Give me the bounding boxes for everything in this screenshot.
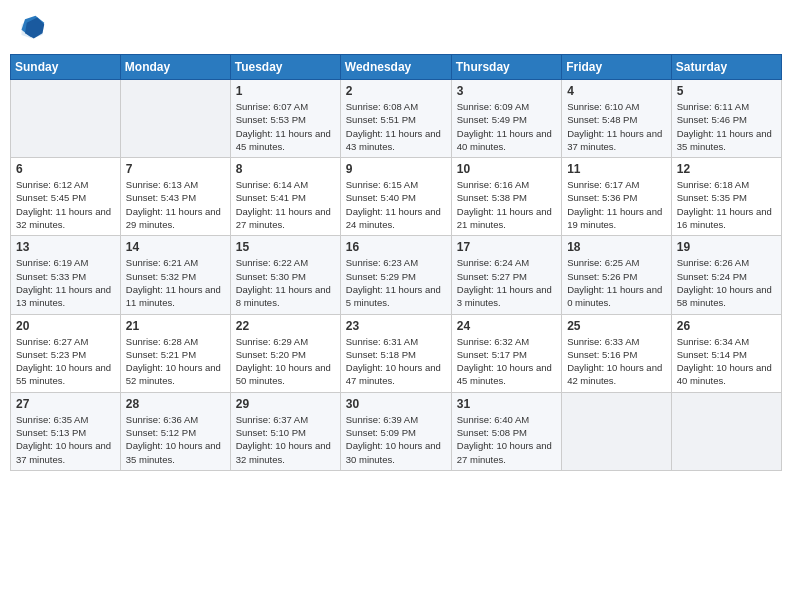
weekday-header-saturday: Saturday xyxy=(671,55,781,80)
day-number: 31 xyxy=(457,397,556,411)
calendar-cell: 24Sunrise: 6:32 AM Sunset: 5:17 PM Dayli… xyxy=(451,314,561,392)
day-info: Sunrise: 6:08 AM Sunset: 5:51 PM Dayligh… xyxy=(346,100,446,153)
day-info: Sunrise: 6:11 AM Sunset: 5:46 PM Dayligh… xyxy=(677,100,776,153)
day-info: Sunrise: 6:23 AM Sunset: 5:29 PM Dayligh… xyxy=(346,256,446,309)
day-number: 11 xyxy=(567,162,666,176)
day-number: 5 xyxy=(677,84,776,98)
day-info: Sunrise: 6:19 AM Sunset: 5:33 PM Dayligh… xyxy=(16,256,115,309)
day-info: Sunrise: 6:27 AM Sunset: 5:23 PM Dayligh… xyxy=(16,335,115,388)
day-number: 14 xyxy=(126,240,225,254)
calendar-cell: 18Sunrise: 6:25 AM Sunset: 5:26 PM Dayli… xyxy=(562,236,672,314)
calendar-cell: 1Sunrise: 6:07 AM Sunset: 5:53 PM Daylig… xyxy=(230,80,340,158)
calendar-body: 1Sunrise: 6:07 AM Sunset: 5:53 PM Daylig… xyxy=(11,80,782,471)
day-info: Sunrise: 6:40 AM Sunset: 5:08 PM Dayligh… xyxy=(457,413,556,466)
weekday-row: SundayMondayTuesdayWednesdayThursdayFrid… xyxy=(11,55,782,80)
calendar-cell: 28Sunrise: 6:36 AM Sunset: 5:12 PM Dayli… xyxy=(120,392,230,470)
day-info: Sunrise: 6:12 AM Sunset: 5:45 PM Dayligh… xyxy=(16,178,115,231)
day-number: 16 xyxy=(346,240,446,254)
calendar-week-3: 13Sunrise: 6:19 AM Sunset: 5:33 PM Dayli… xyxy=(11,236,782,314)
calendar-cell: 15Sunrise: 6:22 AM Sunset: 5:30 PM Dayli… xyxy=(230,236,340,314)
day-info: Sunrise: 6:17 AM Sunset: 5:36 PM Dayligh… xyxy=(567,178,666,231)
calendar-cell: 8Sunrise: 6:14 AM Sunset: 5:41 PM Daylig… xyxy=(230,158,340,236)
weekday-header-sunday: Sunday xyxy=(11,55,121,80)
day-number: 6 xyxy=(16,162,115,176)
day-info: Sunrise: 6:36 AM Sunset: 5:12 PM Dayligh… xyxy=(126,413,225,466)
day-number: 8 xyxy=(236,162,335,176)
day-number: 2 xyxy=(346,84,446,98)
day-number: 17 xyxy=(457,240,556,254)
day-number: 22 xyxy=(236,319,335,333)
day-number: 13 xyxy=(16,240,115,254)
day-info: Sunrise: 6:32 AM Sunset: 5:17 PM Dayligh… xyxy=(457,335,556,388)
day-info: Sunrise: 6:07 AM Sunset: 5:53 PM Dayligh… xyxy=(236,100,335,153)
day-info: Sunrise: 6:09 AM Sunset: 5:49 PM Dayligh… xyxy=(457,100,556,153)
page-header xyxy=(10,10,782,46)
day-number: 23 xyxy=(346,319,446,333)
day-number: 1 xyxy=(236,84,335,98)
day-number: 4 xyxy=(567,84,666,98)
calendar-week-5: 27Sunrise: 6:35 AM Sunset: 5:13 PM Dayli… xyxy=(11,392,782,470)
day-number: 15 xyxy=(236,240,335,254)
day-info: Sunrise: 6:15 AM Sunset: 5:40 PM Dayligh… xyxy=(346,178,446,231)
calendar-cell: 19Sunrise: 6:26 AM Sunset: 5:24 PM Dayli… xyxy=(671,236,781,314)
day-info: Sunrise: 6:10 AM Sunset: 5:48 PM Dayligh… xyxy=(567,100,666,153)
day-info: Sunrise: 6:34 AM Sunset: 5:14 PM Dayligh… xyxy=(677,335,776,388)
calendar-cell xyxy=(562,392,672,470)
day-info: Sunrise: 6:35 AM Sunset: 5:13 PM Dayligh… xyxy=(16,413,115,466)
day-number: 28 xyxy=(126,397,225,411)
day-info: Sunrise: 6:14 AM Sunset: 5:41 PM Dayligh… xyxy=(236,178,335,231)
day-number: 7 xyxy=(126,162,225,176)
calendar-cell: 16Sunrise: 6:23 AM Sunset: 5:29 PM Dayli… xyxy=(340,236,451,314)
day-number: 25 xyxy=(567,319,666,333)
calendar-cell xyxy=(11,80,121,158)
day-number: 24 xyxy=(457,319,556,333)
day-info: Sunrise: 6:33 AM Sunset: 5:16 PM Dayligh… xyxy=(567,335,666,388)
day-info: Sunrise: 6:21 AM Sunset: 5:32 PM Dayligh… xyxy=(126,256,225,309)
calendar-week-4: 20Sunrise: 6:27 AM Sunset: 5:23 PM Dayli… xyxy=(11,314,782,392)
calendar-cell xyxy=(671,392,781,470)
calendar-cell: 20Sunrise: 6:27 AM Sunset: 5:23 PM Dayli… xyxy=(11,314,121,392)
calendar-cell: 13Sunrise: 6:19 AM Sunset: 5:33 PM Dayli… xyxy=(11,236,121,314)
calendar-cell: 22Sunrise: 6:29 AM Sunset: 5:20 PM Dayli… xyxy=(230,314,340,392)
day-number: 3 xyxy=(457,84,556,98)
day-info: Sunrise: 6:13 AM Sunset: 5:43 PM Dayligh… xyxy=(126,178,225,231)
calendar-cell: 2Sunrise: 6:08 AM Sunset: 5:51 PM Daylig… xyxy=(340,80,451,158)
weekday-header-wednesday: Wednesday xyxy=(340,55,451,80)
calendar-cell: 26Sunrise: 6:34 AM Sunset: 5:14 PM Dayli… xyxy=(671,314,781,392)
day-info: Sunrise: 6:18 AM Sunset: 5:35 PM Dayligh… xyxy=(677,178,776,231)
calendar-cell: 7Sunrise: 6:13 AM Sunset: 5:43 PM Daylig… xyxy=(120,158,230,236)
day-number: 29 xyxy=(236,397,335,411)
day-number: 26 xyxy=(677,319,776,333)
calendar-cell: 11Sunrise: 6:17 AM Sunset: 5:36 PM Dayli… xyxy=(562,158,672,236)
day-number: 19 xyxy=(677,240,776,254)
weekday-header-tuesday: Tuesday xyxy=(230,55,340,80)
calendar-cell: 6Sunrise: 6:12 AM Sunset: 5:45 PM Daylig… xyxy=(11,158,121,236)
day-number: 21 xyxy=(126,319,225,333)
calendar-cell: 31Sunrise: 6:40 AM Sunset: 5:08 PM Dayli… xyxy=(451,392,561,470)
calendar-cell: 30Sunrise: 6:39 AM Sunset: 5:09 PM Dayli… xyxy=(340,392,451,470)
day-info: Sunrise: 6:37 AM Sunset: 5:10 PM Dayligh… xyxy=(236,413,335,466)
calendar-cell: 27Sunrise: 6:35 AM Sunset: 5:13 PM Dayli… xyxy=(11,392,121,470)
calendar-cell: 10Sunrise: 6:16 AM Sunset: 5:38 PM Dayli… xyxy=(451,158,561,236)
day-number: 27 xyxy=(16,397,115,411)
day-info: Sunrise: 6:26 AM Sunset: 5:24 PM Dayligh… xyxy=(677,256,776,309)
logo-icon xyxy=(18,14,46,42)
day-info: Sunrise: 6:28 AM Sunset: 5:21 PM Dayligh… xyxy=(126,335,225,388)
calendar-header: SundayMondayTuesdayWednesdayThursdayFrid… xyxy=(11,55,782,80)
calendar-cell: 5Sunrise: 6:11 AM Sunset: 5:46 PM Daylig… xyxy=(671,80,781,158)
day-info: Sunrise: 6:29 AM Sunset: 5:20 PM Dayligh… xyxy=(236,335,335,388)
calendar-table: SundayMondayTuesdayWednesdayThursdayFrid… xyxy=(10,54,782,471)
calendar-cell: 29Sunrise: 6:37 AM Sunset: 5:10 PM Dayli… xyxy=(230,392,340,470)
weekday-header-friday: Friday xyxy=(562,55,672,80)
calendar-cell: 12Sunrise: 6:18 AM Sunset: 5:35 PM Dayli… xyxy=(671,158,781,236)
calendar-cell: 3Sunrise: 6:09 AM Sunset: 5:49 PM Daylig… xyxy=(451,80,561,158)
weekday-header-monday: Monday xyxy=(120,55,230,80)
calendar-cell: 9Sunrise: 6:15 AM Sunset: 5:40 PM Daylig… xyxy=(340,158,451,236)
day-number: 10 xyxy=(457,162,556,176)
day-number: 20 xyxy=(16,319,115,333)
day-number: 30 xyxy=(346,397,446,411)
day-info: Sunrise: 6:22 AM Sunset: 5:30 PM Dayligh… xyxy=(236,256,335,309)
day-info: Sunrise: 6:31 AM Sunset: 5:18 PM Dayligh… xyxy=(346,335,446,388)
calendar-cell: 17Sunrise: 6:24 AM Sunset: 5:27 PM Dayli… xyxy=(451,236,561,314)
calendar-cell: 4Sunrise: 6:10 AM Sunset: 5:48 PM Daylig… xyxy=(562,80,672,158)
